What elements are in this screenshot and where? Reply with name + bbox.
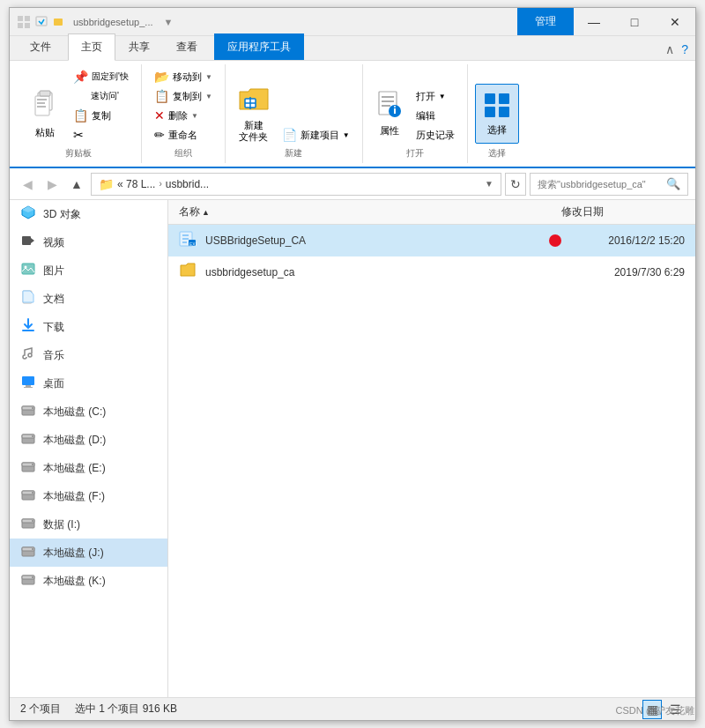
address-dropdown[interactable]: ▼ <box>485 179 494 189</box>
red-dot-indicator <box>549 234 561 247</box>
sidebar-label-video: 视频 <box>43 235 64 250</box>
title-bar: usbbridgesetup_... ▼ 管理 — □ ✕ <box>10 8 695 36</box>
open-group: 属性 打开 ▼ 编辑 历史记录 打开 <box>363 64 468 163</box>
path-chevron: › <box>159 179 161 189</box>
sidebar-icon-local_d <box>20 431 36 449</box>
col-date[interactable]: 修改日期 <box>561 204 685 219</box>
new-folder-label: 新建文件夹 <box>239 120 268 143</box>
search-box[interactable]: 🔍 <box>530 173 688 196</box>
search-icon[interactable]: 🔍 <box>666 177 680 190</box>
forward-button[interactable]: ▶ <box>41 174 63 195</box>
properties-button[interactable]: 属性 <box>370 84 409 144</box>
pin-button[interactable]: 📌 固定到'快 <box>68 68 134 85</box>
history-button[interactable]: 历史记录 <box>411 126 460 144</box>
pin-button2[interactable]: 速访问' <box>68 87 134 105</box>
copy-label: 复制 <box>92 109 111 123</box>
sidebar-item-music[interactable]: 音乐 <box>10 341 167 369</box>
ribbon-expand-icon[interactable]: ∧ <box>665 42 674 56</box>
sidebar-label-local_e: 本地磁盘 (E:) <box>43 461 106 476</box>
sidebar-label-desktop: 桌面 <box>43 376 64 391</box>
sidebar-label-images: 图片 <box>43 264 64 279</box>
clipboard-small-btns: 📌 固定到'快 速访问' 📋 复制 ✂ <box>68 68 134 144</box>
sidebar-label-local_j: 本地磁盘 (J:) <box>43 546 104 561</box>
sidebar-item-docs[interactable]: 文档 <box>10 285 167 313</box>
new-item-button[interactable]: 📄 新建项目 ▼ <box>277 126 355 144</box>
up-button[interactable]: ▲ <box>66 174 87 195</box>
svg-rect-25 <box>499 107 509 117</box>
sidebar-item-downloads[interactable]: 下载 <box>10 313 167 341</box>
quick-access-icon3[interactable] <box>52 15 66 29</box>
tab-view[interactable]: 查看 <box>163 33 211 60</box>
paste-icon <box>31 89 59 125</box>
tab-home[interactable]: 主页 <box>68 33 115 61</box>
sidebar-item-local_j[interactable]: 本地磁盘 (J:) <box>10 539 167 567</box>
copy-to-button[interactable]: 📋 复制到 ▼ <box>149 87 218 105</box>
address-bar: ◀ ▶ ▲ 📁 « 78 L... › usbbrid... ▼ ↻ 🔍 <box>10 168 695 200</box>
copy-button[interactable]: 📋 复制 <box>68 107 134 124</box>
quick-access-icon1[interactable] <box>17 15 31 29</box>
back-button[interactable]: ◀ <box>17 174 38 195</box>
svg-rect-9 <box>37 99 47 100</box>
sidebar-item-images[interactable]: 图片 <box>10 256 167 285</box>
tab-share[interactable]: 共享 <box>115 33 163 60</box>
sidebar-item-local_c[interactable]: 本地磁盘 (C:) <box>10 397 167 426</box>
minimize-button[interactable]: — <box>574 8 614 36</box>
svg-point-34 <box>28 353 32 357</box>
close-button[interactable]: ✕ <box>655 8 695 36</box>
svg-rect-33 <box>22 330 34 331</box>
maximize-button[interactable]: □ <box>614 8 655 36</box>
cut-button[interactable]: ✂ <box>68 126 134 144</box>
paste-button[interactable]: 粘贴 <box>24 84 66 144</box>
sidebar-item-local_f[interactable]: 本地磁盘 (F:) <box>10 482 167 510</box>
edit-button[interactable]: 编辑 <box>411 107 460 124</box>
file-item-usb_setup_exe[interactable]: EXEUSBBridgeSetup_CA2016/12/2 15:20 <box>168 225 695 256</box>
pin-icon: 📌 <box>73 70 88 84</box>
sidebar: 3D 对象视频图片文档下载音乐桌面本地磁盘 (C:)本地磁盘 (D:)本地磁盘 … <box>10 200 168 697</box>
sidebar-icon-local_e <box>20 459 36 477</box>
sidebar-icon-3d <box>20 205 36 223</box>
svg-point-52 <box>32 520 33 522</box>
col-name[interactable]: 名称 ▲ <box>179 204 561 219</box>
sidebar-icon-downloads <box>20 318 36 336</box>
path-prefix: « 78 L... <box>117 178 155 190</box>
sidebar-label-docs: 文档 <box>43 292 64 307</box>
sidebar-item-data_i[interactable]: 数据 (I:) <box>10 510 167 539</box>
delete-button[interactable]: ✕ 删除 ▼ <box>149 107 218 124</box>
title-text: usbbridgesetup_... <box>73 17 153 27</box>
sidebar-item-local_e[interactable]: 本地磁盘 (E:) <box>10 454 167 482</box>
search-input[interactable] <box>538 179 663 189</box>
status-bar: 2 个项目 选中 1 个项目 916 KB ▦ ☰ <box>10 697 695 720</box>
sidebar-icon-local_f <box>20 487 36 505</box>
refresh-button[interactable]: ↻ <box>505 173 526 196</box>
file-item-usb_setup_folder[interactable]: usbbridgesetup_ca2019/7/30 6:29 <box>168 256 695 288</box>
open-label: 打开 <box>406 147 424 160</box>
sidebar-item-local_k[interactable]: 本地磁盘 (K:) <box>10 567 167 595</box>
sidebar-label-downloads: 下载 <box>43 320 64 335</box>
quick-access-icon2[interactable] <box>34 15 48 29</box>
file-name-usb_setup_folder: usbbridgesetup_ca <box>205 266 561 279</box>
sidebar-icon-local_j <box>20 544 36 561</box>
manage-tab-title[interactable]: 管理 <box>517 8 574 35</box>
ribbon-content: 粘贴 📌 固定到'快 速访问' 📋 复制 ✂ <box>10 61 695 168</box>
svg-rect-5 <box>54 19 63 26</box>
pin-label2: 速访问' <box>73 90 119 102</box>
sidebar-item-local_d[interactable]: 本地磁盘 (D:) <box>10 426 167 454</box>
svg-rect-36 <box>26 385 31 387</box>
svg-rect-16 <box>382 96 394 98</box>
move-to-button[interactable]: 📂 移动到 ▼ <box>149 68 218 85</box>
address-path[interactable]: 📁 « 78 L... › usbbrid... ▼ <box>91 173 501 196</box>
sidebar-item-video[interactable]: 视频 <box>10 228 167 256</box>
svg-point-21 <box>394 106 396 108</box>
sidebar-icon-video <box>20 234 36 251</box>
rename-button[interactable]: ✏ 重命名 <box>149 126 218 144</box>
help-icon[interactable]: ? <box>681 42 688 56</box>
sidebar-item-desktop[interactable]: 桌面 <box>10 369 167 397</box>
tab-app-tools[interactable]: 应用程序工具 <box>214 33 304 60</box>
new-folder-button[interactable]: 新建文件夹 <box>233 84 275 144</box>
svg-rect-23 <box>499 93 509 104</box>
sidebar-item-3d[interactable]: 3D 对象 <box>10 200 167 228</box>
tab-file[interactable]: 文件 <box>17 33 64 60</box>
file-pane: 名称 ▲ 修改日期 EXEUSBBridgeSetup_CA2016/12/2 … <box>168 200 695 697</box>
open-button[interactable]: 打开 ▼ <box>411 87 460 105</box>
select-all-button[interactable]: 选择 <box>475 84 519 144</box>
